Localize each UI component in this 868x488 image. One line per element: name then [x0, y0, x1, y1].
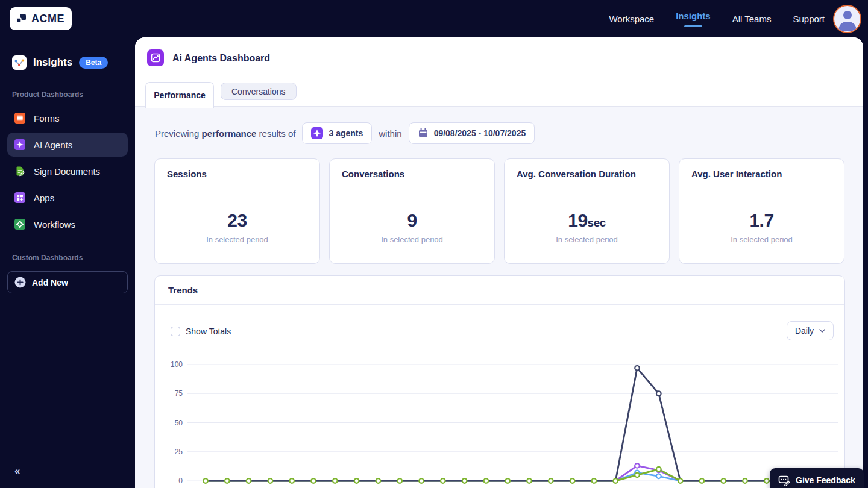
- person-icon: [835, 6, 860, 31]
- stat-cards-row: Sessions 23 In selected period Conversat…: [154, 158, 844, 264]
- svg-text:0: 0: [178, 477, 183, 485]
- tab-conversations[interactable]: Conversations: [221, 83, 297, 100]
- trends-card: Trends Show Totals Daily 0255075100: [154, 275, 845, 488]
- dashboard-header: Ai Agents Dashboard Performance Conversa…: [135, 37, 863, 107]
- stat-unit: sec: [588, 216, 606, 229]
- stat-value: 1.7: [749, 210, 773, 230]
- top-bar: ACME Workspace Insights All Teams Suppor…: [0, 0, 868, 37]
- acme-logo[interactable]: ACME: [10, 7, 72, 30]
- date-range-label: 09/08/2025 - 10/07/2025: [434, 128, 526, 138]
- page-title: Ai Agents Dashboard: [172, 53, 270, 64]
- stat-title: Avg. User Interaction: [679, 159, 844, 189]
- forms-icon: [14, 113, 25, 124]
- stat-card-sessions: Sessions 23 In selected period: [154, 158, 320, 264]
- ai-agents-icon: [14, 139, 25, 150]
- product-dashboards-label: Product Dashboards: [12, 90, 83, 99]
- chevron-down-icon: [819, 329, 825, 333]
- agents-selector-button[interactable]: 3 agents: [302, 122, 372, 144]
- stat-value: 19: [568, 210, 587, 230]
- stat-caption: In selected period: [381, 235, 443, 244]
- svg-text:75: 75: [175, 389, 183, 398]
- agents-count-label: 3 agents: [329, 128, 363, 138]
- sign-documents-icon: [14, 166, 25, 177]
- add-new-button[interactable]: Add New: [7, 271, 128, 293]
- custom-dashboards-label: Custom Dashboards: [12, 254, 83, 262]
- stat-caption: In selected period: [206, 235, 268, 244]
- acme-logo-icon: [15, 13, 28, 25]
- stat-card-conversations: Conversations 9 In selected period: [329, 158, 495, 264]
- main-panel: Ai Agents Dashboard Performance Conversa…: [135, 37, 863, 488]
- tab-performance[interactable]: Performance: [145, 82, 214, 108]
- sidebar-header: Insights Beta: [12, 55, 108, 70]
- sidebar-item-forms[interactable]: Forms: [7, 106, 128, 130]
- give-feedback-button[interactable]: Give Feedback: [770, 468, 864, 488]
- active-nav-underline: [684, 25, 702, 27]
- interval-label: Daily: [795, 326, 814, 336]
- svg-text:100: 100: [171, 360, 183, 369]
- trends-title: Trends: [155, 276, 844, 305]
- beta-badge: Beta: [79, 57, 108, 69]
- calendar-icon: [418, 128, 429, 139]
- sidebar-item-apps[interactable]: Apps: [7, 186, 128, 210]
- workflows-icon: [14, 219, 25, 230]
- show-totals-checkbox[interactable]: [171, 327, 180, 336]
- acme-logo-text: ACME: [31, 13, 64, 25]
- filter-description: Previewing performance results of: [155, 128, 295, 139]
- stat-caption: In selected period: [731, 235, 793, 244]
- within-label: within: [379, 128, 401, 139]
- stat-title: Avg. Conversation Duration: [505, 159, 669, 189]
- top-navigation: Workspace Insights All Teams Support: [609, 0, 825, 37]
- dashboard-chart-icon: [147, 49, 164, 66]
- nav-item-all-teams[interactable]: All Teams: [732, 14, 772, 24]
- trends-line-chart: 0255075100: [163, 356, 841, 488]
- sidebar-item-workflows[interactable]: Workflows: [7, 212, 128, 236]
- sparkle-icon: [311, 127, 323, 139]
- svg-text:25: 25: [175, 448, 183, 456]
- sidebar-item-ai-agents[interactable]: AI Agents: [7, 133, 128, 157]
- nav-item-support[interactable]: Support: [793, 14, 825, 24]
- date-range-button[interactable]: 09/08/2025 - 10/07/2025: [409, 122, 535, 144]
- filter-row: Previewing performance results of 3 agen…: [155, 122, 535, 144]
- user-avatar[interactable]: [833, 5, 861, 33]
- plus-circle-icon: [14, 277, 26, 288]
- stat-card-avg-conversation-duration: Avg. Conversation Duration 19sec In sele…: [504, 158, 670, 264]
- stat-value: 9: [407, 210, 417, 230]
- sidebar-collapse-button[interactable]: «: [14, 465, 20, 477]
- sidebar-title: Insights: [33, 57, 72, 69]
- show-totals-label: Show Totals: [186, 327, 231, 336]
- apps-icon: [14, 192, 25, 203]
- stat-title: Sessions: [155, 159, 319, 189]
- sidebar: Insights Beta Product Dashboards Forms: [0, 37, 135, 488]
- feedback-icon: [778, 475, 790, 486]
- stat-card-avg-user-interaction: Avg. User Interaction 1.7 In selected pe…: [679, 158, 844, 264]
- sidebar-item-sign-documents[interactable]: Sign Documents: [7, 159, 128, 183]
- stat-value: 23: [227, 210, 247, 230]
- interval-dropdown[interactable]: Daily: [787, 321, 834, 340]
- nav-item-workspace[interactable]: Workspace: [609, 14, 654, 24]
- show-totals-toggle[interactable]: Show Totals: [171, 327, 231, 336]
- sidebar-menu: Forms AI Agents Sign Documents: [7, 106, 128, 236]
- stat-title: Conversations: [330, 159, 494, 189]
- stat-caption: In selected period: [556, 235, 618, 244]
- nav-item-insights[interactable]: Insights: [676, 11, 711, 27]
- svg-text:50: 50: [175, 419, 183, 427]
- insights-icon: [12, 55, 27, 70]
